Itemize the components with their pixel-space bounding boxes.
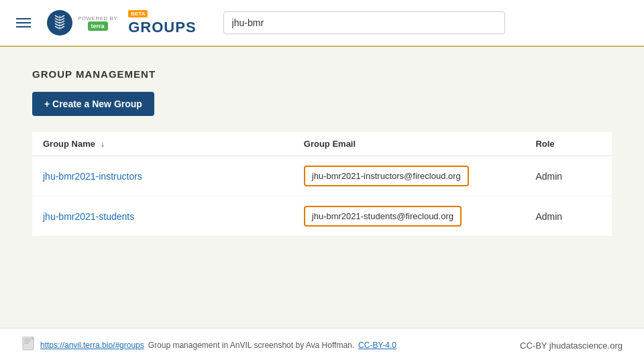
cell-group-name: jhu-bmr2021-students	[32, 196, 293, 237]
footer-left: https://anvil.terra.bio/#groups Group ma…	[21, 337, 396, 354]
footer-right: CC-BY jhudatascience.org	[520, 341, 623, 351]
groups-label-area: BETA GROUPS	[128, 10, 196, 36]
table-row: jhu-bmr2021-instructorsjhu-bmr2021-instr…	[32, 156, 612, 196]
terra-badge: terra	[88, 21, 108, 31]
table-row: jhu-bmr2021-studentsjhu-bmr2021-students…	[32, 196, 612, 237]
col-header-role: Role	[525, 132, 612, 156]
terra-dna-logo	[47, 10, 72, 36]
group-name-link[interactable]: jhu-bmr2021-students	[43, 211, 134, 222]
footer-description: Group management in AnVIL screenshot by …	[148, 341, 354, 350]
search-input[interactable]	[223, 11, 505, 34]
section-title: GROUP MANAGEMENT	[32, 68, 612, 80]
footer-anvil-link[interactable]: https://anvil.terra.bio/#groups	[40, 341, 144, 350]
role-text: Admin	[535, 211, 562, 222]
group-name-link[interactable]: jhu-bmr2021-instructors	[43, 171, 142, 182]
cell-group-email: jhu-bmr2021-students@firecloud.org	[293, 196, 525, 237]
header: POWERED BY terra BETA GROUPS	[0, 0, 644, 47]
sort-arrow-icon: ↓	[101, 139, 105, 149]
powered-by-terra: POWERED BY terra	[78, 15, 117, 31]
footer-license-link[interactable]: CC-BY-4.0	[358, 341, 396, 350]
group-table: Group Name ↓ Group Email Role jhu-bmr202…	[32, 132, 612, 237]
col-header-group-name[interactable]: Group Name ↓	[32, 132, 293, 156]
cell-role: Admin	[525, 156, 612, 196]
table-header-row: Group Name ↓ Group Email Role	[32, 132, 612, 156]
role-text: Admin	[535, 171, 562, 182]
powered-by-text: POWERED BY	[78, 15, 117, 21]
col-header-group-email: Group Email	[293, 132, 525, 156]
svg-rect-4	[24, 341, 31, 342]
groups-title: GROUPS	[128, 19, 196, 36]
group-table-body: jhu-bmr2021-instructorsjhu-bmr2021-instr…	[32, 156, 612, 237]
document-icon	[21, 337, 36, 354]
svg-rect-3	[24, 339, 31, 340]
cell-group-email: jhu-bmr2021-instructors@firecloud.org	[293, 156, 525, 196]
beta-badge: BETA	[128, 10, 148, 17]
group-email-highlighted: jhu-bmr2021-students@firecloud.org	[304, 206, 462, 227]
cell-group-name: jhu-bmr2021-instructors	[32, 156, 293, 196]
group-email-highlighted: jhu-bmr2021-instructors@firecloud.org	[304, 166, 469, 186]
main-content: GROUP MANAGEMENT + Create a New Group Gr…	[0, 47, 644, 258]
svg-rect-5	[24, 343, 29, 344]
footer: https://anvil.terra.bio/#groups Group ma…	[0, 328, 644, 362]
search-bar[interactable]	[223, 11, 505, 34]
hamburger-menu[interactable]	[16, 18, 31, 27]
cell-role: Admin	[525, 196, 612, 237]
logo-area: POWERED BY terra	[47, 10, 117, 36]
create-new-group-button[interactable]: + Create a New Group	[32, 92, 154, 116]
